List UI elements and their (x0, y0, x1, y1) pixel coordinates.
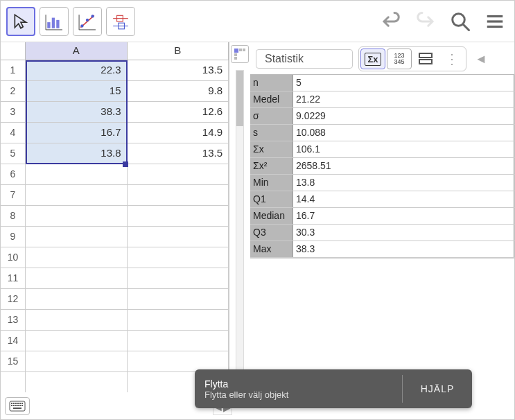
sheet-body[interactable]: 122.313.52159.8338.312.6416.714.9513.813… (1, 60, 229, 392)
cell-A7[interactable] (26, 185, 128, 206)
row-number[interactable]: 15 (1, 351, 26, 372)
table-row: 6 (1, 164, 229, 185)
cell-B4[interactable]: 14.9 (128, 123, 229, 143)
cell-A14[interactable] (26, 331, 128, 351)
row-number[interactable]: 14 (1, 331, 26, 351)
row-number[interactable]: 10 (1, 247, 26, 268)
cell-B3[interactable]: 12.6 (128, 102, 229, 123)
svg-rect-28 (11, 403, 12, 404)
table-row: 122.313.5 (1, 60, 229, 81)
cell-A10[interactable] (26, 247, 128, 268)
cell-A13[interactable] (26, 310, 128, 331)
row-number[interactable]: 3 (1, 102, 26, 123)
row-number[interactable]: 12 (1, 289, 26, 310)
svg-rect-0 (47, 22, 50, 28)
svg-rect-22 (243, 49, 245, 51)
table-row: 15 (1, 351, 229, 372)
cell-A15[interactable] (26, 351, 128, 372)
svg-rect-2 (56, 19, 59, 28)
svg-rect-29 (13, 403, 15, 404)
row-number[interactable]: 6 (1, 164, 26, 185)
cell-B9[interactable] (128, 227, 229, 247)
cell-A1[interactable]: 22.3 (26, 60, 128, 81)
cell-B12[interactable] (128, 289, 229, 310)
svg-rect-33 (21, 403, 23, 404)
move-tool-button[interactable] (6, 7, 35, 36)
cell-B11[interactable] (128, 268, 229, 289)
stat-value: 16.7 (293, 208, 514, 224)
corner-cell[interactable] (1, 42, 26, 60)
keyboard-button[interactable] (5, 397, 30, 415)
toolbar-left-group (6, 7, 135, 36)
row-number[interactable]: 5 (1, 143, 26, 164)
stat-label: Q3 (250, 225, 293, 240)
cell-A16[interactable] (26, 372, 128, 392)
row-number[interactable]: 11 (1, 268, 26, 289)
boxplot-tool-button[interactable] (106, 7, 135, 36)
row-number[interactable]: 1 (1, 60, 26, 81)
stats-table: n5Medel21.22σ9.0229s10.088Σx106.1Σx²2658… (250, 74, 514, 258)
cell-B6[interactable] (128, 164, 229, 185)
svg-rect-1 (52, 17, 55, 28)
svg-rect-37 (17, 405, 19, 406)
cell-A11[interactable] (26, 268, 128, 289)
svg-rect-34 (11, 405, 12, 406)
cell-B13[interactable] (128, 310, 229, 331)
svg-rect-38 (19, 405, 21, 406)
cell-A5[interactable]: 13.8 (26, 143, 128, 164)
cell-B14[interactable] (128, 331, 229, 351)
row-number[interactable] (1, 372, 26, 392)
table-row: 13 (1, 310, 229, 331)
cell-B1[interactable]: 13.5 (128, 60, 229, 81)
stat-label: s (250, 125, 293, 141)
scatter-tool-button[interactable] (73, 7, 102, 36)
row-number[interactable]: 7 (1, 185, 26, 206)
svg-rect-36 (15, 405, 17, 406)
row-number[interactable]: 2 (1, 81, 26, 102)
stat-label: σ (250, 108, 293, 124)
cell-B10[interactable] (128, 247, 229, 268)
pivot-icon[interactable] (231, 45, 249, 63)
row-number[interactable]: 4 (1, 123, 26, 143)
search-button[interactable] (446, 8, 474, 35)
cell-B7[interactable] (128, 185, 229, 206)
cell-B5[interactable]: 13.5 (128, 143, 229, 164)
cell-A3[interactable]: 38.3 (26, 102, 128, 123)
collapse-panel-button[interactable]: ◄ (475, 52, 489, 67)
more-button[interactable]: ⋮ (439, 49, 464, 69)
svg-point-10 (91, 15, 94, 17)
row-number[interactable]: 13 (1, 310, 26, 331)
col-header-B[interactable]: B (128, 42, 229, 60)
main-toolbar (1, 1, 514, 42)
table-row: 8 (1, 206, 229, 227)
stat-value: 38.3 (293, 241, 514, 257)
stat-row: Median16.7 (250, 208, 514, 225)
cell-A2[interactable]: 15 (26, 81, 128, 102)
bar-chart-tool-button[interactable] (40, 7, 69, 36)
selection-handle[interactable] (123, 161, 128, 167)
row-number[interactable]: 8 (1, 206, 26, 227)
cell-B2[interactable]: 9.8 (128, 81, 229, 102)
sigma-button[interactable]: Σx (360, 49, 385, 69)
cell-A6[interactable] (26, 164, 128, 185)
undo-button[interactable] (377, 8, 405, 35)
vertical-scrollbar[interactable] (236, 70, 244, 392)
cell-A8[interactable] (26, 206, 128, 227)
cell-B8[interactable] (128, 206, 229, 227)
sheet-side-tools (229, 42, 250, 392)
numeric-button[interactable]: 123345 (387, 49, 412, 69)
stat-row: σ9.0229 (250, 108, 514, 125)
layout-button[interactable] (413, 49, 438, 69)
cell-A12[interactable] (26, 289, 128, 310)
svg-rect-40 (13, 408, 21, 409)
row-number[interactable]: 9 (1, 227, 26, 247)
cell-A9[interactable] (26, 227, 128, 247)
stat-label: Medel (250, 91, 293, 107)
redo-button[interactable] (412, 8, 439, 35)
menu-button[interactable] (481, 8, 509, 35)
col-header-A[interactable]: A (26, 42, 128, 60)
stat-row: Q114.4 (250, 191, 514, 208)
stat-value: 2658.51 (293, 158, 514, 174)
cell-A4[interactable]: 16.7 (26, 123, 128, 143)
help-button[interactable]: HJÄLP (403, 383, 472, 394)
